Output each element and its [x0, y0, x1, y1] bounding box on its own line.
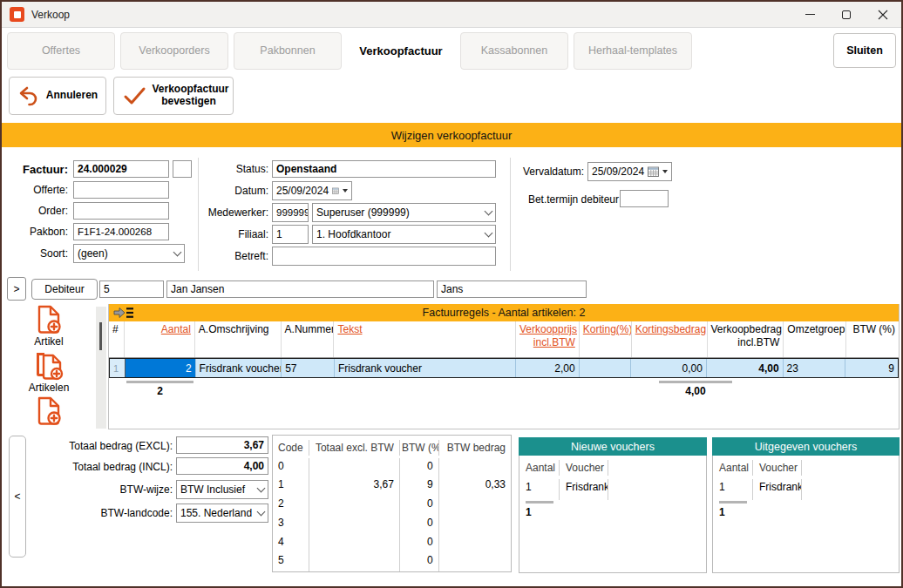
datum-field[interactable]: 25/09/2024: [272, 181, 352, 200]
tab-offertes[interactable]: Offertes: [7, 32, 115, 70]
minimize-button[interactable]: [791, 2, 828, 27]
btw-wijze-dropdown[interactable]: BTW Inclusief: [176, 480, 268, 499]
cell-nummer[interactable]: 57: [282, 359, 335, 377]
debiteur-code-field[interactable]: 5: [99, 280, 164, 298]
btw-landcode-dropdown[interactable]: 155. Nederland: [176, 504, 268, 523]
soort-dropdown[interactable]: (geen): [73, 244, 185, 263]
add-artikelen-button[interactable]: Artikelen: [16, 351, 82, 394]
nieuwe-vouchers-title: Nieuwe vouchers: [519, 437, 707, 456]
close-icon: [878, 10, 888, 20]
voucher-name-header: Voucher: [753, 460, 802, 476]
cell-korting[interactable]: [580, 359, 632, 377]
btw-table-header: Code Totaal excl. BTW BTW (%) BTW bedrag: [273, 436, 511, 458]
factuur-extra-box[interactable]: [173, 160, 192, 178]
cell-omschrijving[interactable]: Frisdrank voucher: [196, 359, 282, 377]
vervaldatum-value: 25/09/2024: [592, 166, 644, 178]
add-article-row-button[interactable]: [16, 396, 82, 426]
titlebar: Verkoop: [2, 2, 901, 28]
col-header-prijs[interactable]: Verkoopprijs incl.BTW: [516, 321, 580, 357]
uitgegeven-vouchers-title: Uitgegeven vouchers: [712, 437, 900, 456]
col-header-btw: BTW (%): [846, 321, 899, 357]
totaal-excl-field[interactable]: 3,67: [176, 436, 268, 454]
sluiten-button[interactable]: Sluiten: [833, 33, 896, 68]
btw-row: 2 0: [273, 496, 511, 515]
btw-wijze-value: BTW Inclusief: [180, 483, 245, 496]
order-field[interactable]: [73, 202, 169, 220]
betreft-field[interactable]: [272, 247, 496, 266]
cell-kortingsbedrag[interactable]: 0,00: [631, 359, 707, 377]
cell-bedrag[interactable]: 4,00: [707, 359, 784, 377]
soort-label: Soort:: [2, 246, 68, 262]
btw-row: 3 0: [273, 515, 511, 534]
vervaldatum-field[interactable]: 25/09/2024: [587, 162, 672, 181]
medewerker-label: Medewerker:: [202, 205, 268, 221]
totaal-incl-label: Totaal bedrag (INCL):: [35, 459, 173, 476]
cell-aantal[interactable]: 2: [126, 359, 196, 377]
cell-row-number[interactable]: 1: [110, 359, 126, 377]
cell-tekst[interactable]: Frisdrank voucher: [335, 359, 516, 377]
annuleren-button[interactable]: Annuleren: [9, 77, 106, 115]
date-dropdown-icon: [662, 170, 668, 173]
datum-label: Datum:: [202, 183, 268, 199]
collapse-left-panel-button[interactable]: <: [9, 436, 26, 558]
add-artikel-button[interactable]: Artikel: [16, 305, 82, 348]
chevron-down-icon: [257, 483, 266, 492]
tab-pakbonnen[interactable]: Pakbonnen: [234, 32, 342, 70]
close-button[interactable]: [865, 2, 901, 27]
btw-row: 1 3,67 9 0,33: [273, 476, 511, 496]
btw-landcode-label: BTW-landcode:: [35, 505, 173, 522]
filiaal-label: Filiaal:: [202, 226, 268, 243]
pakbon-field[interactable]: F1F1-24.000268: [73, 223, 169, 240]
factuurregels-panel: Factuurregels - Aantal artikelen: 2 # Aa…: [108, 304, 900, 429]
filiaal-value: 1. Hoofdkantoor: [316, 228, 390, 240]
col-header-tekst[interactable]: Tekst: [334, 321, 516, 357]
totaal-incl-field[interactable]: 4,00: [176, 457, 268, 475]
medewerker-code-field[interactable]: 999999: [272, 203, 309, 222]
tab-verkoopfactuur[interactable]: Verkoopfactuur: [347, 32, 455, 70]
filiaal-dropdown[interactable]: 1. Hoofdkantoor: [312, 225, 496, 244]
total-aantal: 2: [125, 378, 195, 395]
factuur-field[interactable]: 24.000029: [73, 160, 169, 178]
cell-btw[interactable]: 9: [845, 359, 898, 377]
col-header-aantal[interactable]: Aantal: [125, 321, 195, 357]
debiteur-name-field[interactable]: Jan Jansen: [166, 280, 434, 298]
col-header-korting[interactable]: Korting(%): [580, 321, 632, 357]
offerte-label: Offerte:: [2, 182, 68, 199]
debiteur-button[interactable]: Debiteur: [31, 279, 98, 300]
status-label: Status:: [202, 161, 268, 178]
expand-left-panel-button[interactable]: >: [7, 277, 26, 301]
tab-verkooporders[interactable]: Verkooporders: [120, 32, 228, 70]
grid-column-headers: # Aantal A.Omschrijving A.Nummer Tekst V…: [109, 321, 899, 358]
tab-kassabonnen[interactable]: Kassabonnen: [460, 32, 568, 70]
tab-herhaal-templates[interactable]: Herhaal-templates: [574, 32, 692, 70]
filiaal-code-field[interactable]: 1: [272, 225, 309, 244]
btw-header-code: Code: [273, 440, 309, 456]
add-article-icon: [35, 396, 63, 426]
factuur-label: Factuur:: [2, 161, 68, 178]
action-bar: Annuleren Verkoopfactuur bevestigen: [2, 73, 901, 122]
soort-value: (geen): [78, 247, 108, 260]
status-field[interactable]: Openstaand: [272, 160, 496, 178]
btw-wijze-label: BTW-wijze:: [35, 482, 173, 498]
cell-prijs[interactable]: 2,00: [516, 359, 580, 377]
cell-omzetgroep[interactable]: 23: [784, 359, 846, 377]
btw-header-excl: Totaal excl. BTW: [309, 440, 400, 456]
calendar-icon: [648, 166, 659, 177]
maximize-button[interactable]: [828, 2, 865, 27]
medewerker-dropdown[interactable]: Superuser (999999): [312, 203, 496, 222]
col-header-kortingsbedrag[interactable]: Kortingsbedrag: [632, 321, 708, 357]
betermijn-field[interactable]: [620, 190, 669, 207]
bevestigen-button[interactable]: Verkoopfactuur bevestigen: [113, 77, 234, 115]
annuleren-label: Annuleren: [46, 90, 98, 102]
btw-header-bedrag: BTW bedrag: [439, 440, 511, 456]
btw-row: 5 0: [273, 552, 511, 571]
nieuwe-vouchers-panel: Nieuwe vouchers Aantal Voucher 1 Frisdra…: [519, 437, 707, 573]
add-article-icon: [35, 305, 63, 335]
offerte-field[interactable]: [73, 181, 169, 199]
order-label: Order:: [2, 203, 68, 220]
debiteur-search-field[interactable]: Jans: [437, 280, 587, 298]
invoice-line-row[interactable]: 1 2 Frisdrank voucher 57 Frisdrank vouch…: [109, 358, 899, 378]
vouchers-header: Aantal Voucher: [519, 456, 706, 479]
voucher-aantal-header: Aantal: [713, 460, 753, 476]
grid-scrollbar[interactable]: [99, 322, 102, 350]
